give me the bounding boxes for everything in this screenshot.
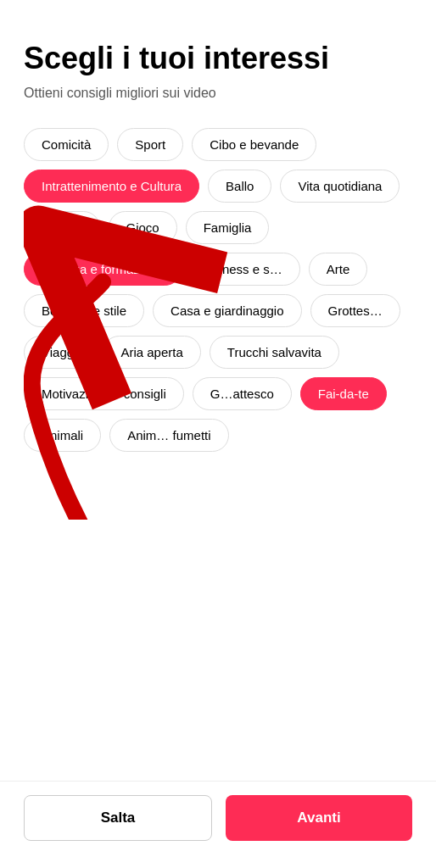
footer: Salta Avanti: [0, 781, 436, 868]
tag-arte[interactable]: Arte: [309, 253, 368, 286]
tag-sport[interactable]: Sport: [117, 128, 183, 161]
tag-scienza-formazione[interactable]: Scienza e formazione: [24, 253, 182, 286]
tags-container: ComicitàSportCibo e bevandeIntrattenimen…: [24, 128, 412, 452]
page-title: Scegli i tuoi interessi: [24, 41, 412, 75]
tag-fitness[interactable]: Fitness e s…: [190, 253, 300, 286]
tag-cibo-bevande[interactable]: Cibo e bevande: [192, 128, 316, 161]
tag-casa-giardinaggio[interactable]: Casa e giardinaggio: [153, 294, 301, 327]
tag-ballo[interactable]: Ballo: [208, 170, 271, 203]
tag-musica[interactable]: Musica: [24, 211, 100, 244]
page-wrapper: Scegli i tuoi interessi Ottieni consigli…: [0, 0, 436, 868]
tag-fai-da-te[interactable]: Fai-da-te: [300, 377, 387, 410]
main-content: Scegli i tuoi interessi Ottieni consigli…: [0, 0, 436, 781]
next-button[interactable]: Avanti: [226, 795, 412, 841]
tag-gattesco[interactable]: G…attesco: [193, 377, 292, 410]
tag-viaggi[interactable]: Viaggi: [24, 336, 94, 369]
tag-grottesco[interactable]: Grottes…: [310, 294, 400, 327]
tag-trucchi-salvavita[interactable]: Trucchi salvavita: [210, 336, 339, 369]
tag-intrattenimento-cultura[interactable]: Intrattenimento e Cultura: [24, 170, 199, 203]
tag-animali[interactable]: Animali: [24, 419, 101, 452]
tag-aria-aperta[interactable]: Aria aperta: [103, 336, 200, 369]
tags-wrapper: ComicitàSportCibo e bevandeIntrattenimen…: [24, 128, 412, 452]
tag-anime-fumetti[interactable]: Anim… fumetti: [109, 419, 228, 452]
tag-famiglia[interactable]: Famiglia: [186, 211, 270, 244]
tag-comicita[interactable]: Comicità: [24, 128, 109, 161]
tag-bellezza-stile[interactable]: Bellezza e stile: [24, 294, 144, 327]
page-subtitle: Ottieni consigli migliori sui video: [24, 86, 412, 101]
tag-vita-quotidiana[interactable]: Vita quotidiana: [280, 170, 400, 203]
tag-gioco[interactable]: Gioco: [109, 211, 177, 244]
skip-button[interactable]: Salta: [24, 795, 212, 841]
tag-motivazione-consigli[interactable]: Motivazione e consigli: [24, 377, 184, 410]
